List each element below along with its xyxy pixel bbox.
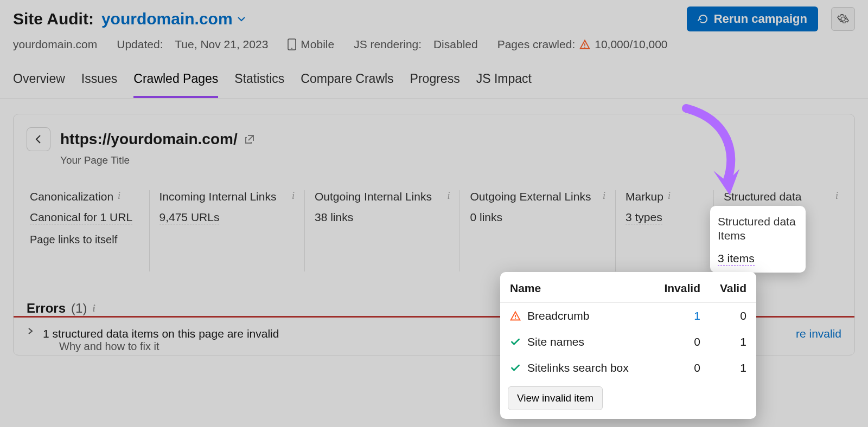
view-invalid-button[interactable]: View invalid item [508,386,603,410]
gear-icon [837,13,849,25]
structured-data-card-highlight[interactable]: Structured data Items 3 items [710,206,806,273]
info-icon[interactable]: i [447,190,450,202]
row-invalid-1: 0 [654,329,710,355]
col-name: Name [500,272,654,303]
stat-outgoing-external: Outgoing External Links i 0 links [459,190,615,271]
meta-bar: yourdomain.com Updated: Tue, Nov 21, 202… [13,31,855,51]
tab-bar: Overview Issues Crawled Pages Statistics… [0,55,868,99]
warning-icon [510,310,521,321]
check-icon [510,363,521,373]
refresh-icon [698,14,709,24]
domain-selector[interactable]: yourdomain.com [101,10,246,28]
tab-overview[interactable]: Overview [13,72,65,98]
meta-pages-crawled: Pages crawled: 10,000/10,000 [497,38,668,51]
row-name-0: Breadcrumb [527,309,589,322]
rerun-label: Rerun campaign [714,12,807,26]
svg-point-5 [515,318,516,319]
row-invalid-0[interactable]: 1 [694,309,700,322]
meta-device: Mobile [288,38,334,51]
info-icon[interactable]: i [292,190,295,202]
structured-data-value-link[interactable]: 3 items [718,252,755,266]
col-valid: Valid [710,272,756,303]
error-item-text: 1 structured data items on this page are… [43,327,279,340]
info-icon[interactable]: i [835,190,838,202]
col-invalid: Invalid [654,272,710,303]
markup-link[interactable]: 3 types [626,211,662,224]
settings-button[interactable] [831,7,855,31]
canonicalization-link[interactable]: Canonical for 1 URL [30,211,132,224]
rerun-campaign-button[interactable]: Rerun campaign [687,7,818,31]
page-url: https://yourdomain.com/ [60,131,238,148]
domain-name: yourdomain.com [101,10,233,28]
svg-point-3 [584,47,585,48]
structured-data-popover: Name Invalid Valid Breadcrumb 1 0 Site n… [500,272,756,419]
row-valid-1: 1 [710,329,756,355]
incoming-internal-link[interactable]: 9,475 URLs [159,211,220,224]
outgoing-external-value: 0 links [470,211,605,224]
chevron-right-icon [27,327,34,335]
row-valid-2: 1 [710,355,756,381]
chevron-down-icon [237,15,246,23]
tab-crawled-pages[interactable]: Crawled Pages [133,72,218,98]
canonicalization-note: Page links to itself [30,234,139,246]
outgoing-internal-value: 38 links [315,211,450,224]
row-valid-0: 0 [710,303,756,329]
row-invalid-2: 0 [654,355,710,381]
error-why-link[interactable]: Why and how to fix it [43,340,279,353]
stat-canonicalization: Canonicalization i Canonical for 1 URL P… [20,190,149,271]
tab-js-impact[interactable]: JS Impact [476,72,532,98]
error-right-link[interactable]: re invalid [796,327,841,340]
table-row: Breadcrumb 1 0 [500,303,756,329]
row-name-2: Sitelinks search box [527,361,629,374]
stat-incoming-internal: Incoming Internal Links i 9,475 URLs [149,190,304,271]
tool-title: Site Audit: [13,10,94,28]
meta-updated: Updated: Tue, Nov 21, 2023 [117,38,268,51]
tab-compare-crawls[interactable]: Compare Crawls [301,72,393,98]
stat-markup: Markup i 3 types [615,190,713,271]
tab-progress[interactable]: Progress [410,72,460,98]
svg-point-1 [291,48,292,49]
external-link-icon[interactable] [244,134,255,145]
structured-data-label: Structured data Items [718,215,798,243]
check-icon [510,337,521,347]
meta-js-rendering: JS rendering: Disabled [354,38,477,51]
row-name-1: Site names [527,335,584,348]
warning-icon [579,39,590,50]
tab-statistics[interactable]: Statistics [234,72,284,98]
mobile-icon [288,38,296,50]
stat-outgoing-internal: Outgoing Internal Links i 38 links [304,190,459,271]
back-button[interactable] [27,127,50,151]
table-row: Site names 0 1 [500,329,756,355]
meta-domain: yourdomain.com [13,38,97,51]
page-title: Your Page Title [14,151,854,166]
arrow-left-icon [33,134,44,145]
info-icon[interactable]: i [92,303,95,314]
tab-issues[interactable]: Issues [81,72,117,98]
info-icon[interactable]: i [668,190,671,202]
table-row: Sitelinks search box 0 1 [500,355,756,381]
info-icon[interactable]: i [118,190,120,202]
info-icon[interactable]: i [603,190,605,202]
errors-heading: Errors (1) i [27,301,95,316]
